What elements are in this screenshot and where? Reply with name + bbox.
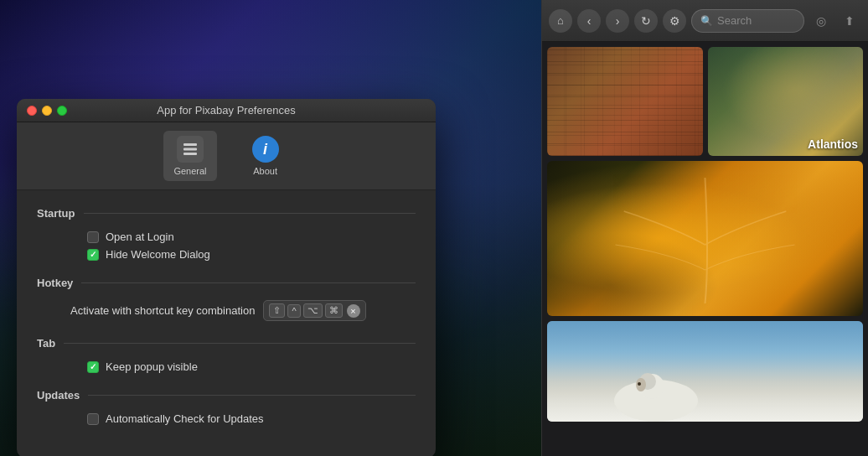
auto-check-label: Automatically Check for Updates — [106, 412, 264, 425]
browser-toolbar: ⌂ ‹ › ↻ ⚙ 🔍 Search ◎ ⬆ — [542, 0, 868, 42]
hotkey-section: Hotkey Activate with shortcut key combin… — [37, 277, 416, 324]
startup-title: Startup — [37, 207, 75, 220]
hotkey-title: Hotkey — [37, 277, 73, 289]
toolbar: General i About — [17, 122, 436, 190]
photo-atlantios[interactable]: Atlantios — [708, 47, 864, 156]
general-label: General — [173, 166, 206, 176]
brick-image — [547, 47, 703, 156]
svg-rect-0 — [183, 143, 197, 146]
updates-divider — [88, 395, 416, 396]
hotkey-header: Hotkey — [37, 277, 416, 289]
updates-title: Updates — [37, 389, 80, 402]
svg-rect-2 — [183, 153, 197, 155]
tab-header: Tab — [37, 337, 416, 350]
preferences-window: App for Pixabay Preferences General i Ab… — [17, 99, 436, 456]
open-at-login-checkbox[interactable] — [87, 231, 99, 243]
leaf-image — [547, 161, 863, 316]
photo-brick-wall[interactable] — [547, 47, 703, 156]
keep-popup-row: Keep popup visible — [37, 358, 416, 376]
key-cmd: ⌘ — [325, 303, 343, 318]
auto-check-checkbox[interactable] — [87, 413, 99, 425]
maximize-button[interactable] — [57, 106, 67, 116]
hotkey-description: Activate with shortcut key combination — [70, 304, 255, 317]
general-icon — [177, 136, 204, 163]
open-at-login-label: Open at Login — [106, 231, 174, 243]
svg-point-7 — [638, 382, 641, 386]
photo-leaf[interactable] — [547, 161, 863, 316]
window-title: App for Pixabay Preferences — [157, 104, 295, 117]
photo-sheep[interactable] — [547, 321, 863, 422]
search-placeholder: Search — [717, 14, 752, 27]
refresh-button[interactable]: ↻ — [634, 9, 658, 33]
tab-title: Tab — [37, 337, 55, 350]
browser-window: ⌂ ‹ › ↻ ⚙ 🔍 Search ◎ ⬆ Atlantios — [541, 0, 868, 456]
minimize-button[interactable] — [42, 106, 52, 116]
updates-section: Updates Automatically Check for Updates — [37, 389, 416, 428]
share-button[interactable]: ⬆ — [838, 9, 861, 33]
auto-check-row: Automatically Check for Updates — [37, 410, 416, 428]
close-button[interactable] — [27, 106, 37, 116]
tab-divider — [64, 343, 416, 344]
key-shift: ⇧ — [269, 303, 285, 318]
hotkey-divider — [81, 282, 416, 283]
settings-button[interactable]: ⚙ — [663, 9, 686, 33]
safari-button[interactable]: ◎ — [809, 9, 833, 33]
startup-header: Startup — [37, 207, 416, 220]
hide-welcome-checkbox[interactable] — [87, 249, 99, 261]
atlantios-label: Atlantios — [808, 137, 858, 151]
keep-popup-checkbox[interactable] — [87, 361, 99, 373]
svg-rect-1 — [183, 148, 197, 151]
about-label: About — [253, 166, 277, 176]
startup-section: Startup Open at Login Hide Welcome Dialo… — [37, 207, 416, 263]
updates-header: Updates — [37, 389, 416, 402]
startup-divider — [84, 213, 416, 214]
preferences-content: Startup Open at Login Hide Welcome Dialo… — [17, 190, 436, 456]
hide-welcome-label: Hide Welcome Dialog — [106, 248, 210, 261]
hotkey-row: Activate with shortcut key combination ⇧… — [37, 298, 416, 324]
title-bar: App for Pixabay Preferences — [17, 99, 436, 122]
toolbar-about[interactable]: i About — [242, 131, 289, 181]
keep-popup-label: Keep popup visible — [106, 360, 198, 373]
tab-section: Tab Keep popup visible — [37, 337, 416, 376]
hotkey-combo[interactable]: ⇧ ^ ⌥ ⌘ × — [263, 300, 365, 321]
forward-button[interactable]: › — [606, 9, 629, 33]
svg-point-6 — [636, 378, 646, 391]
about-icon: i — [252, 136, 279, 163]
home-button[interactable]: ⌂ — [549, 9, 572, 33]
window-controls — [27, 106, 67, 116]
open-at-login-row: Open at Login — [37, 228, 416, 246]
hotkey-clear-button[interactable]: × — [347, 304, 360, 318]
search-bar[interactable]: 🔍 Search — [691, 9, 804, 33]
key-option: ⌥ — [303, 303, 323, 318]
toolbar-general[interactable]: General — [163, 131, 216, 181]
stones-image: Atlantios — [708, 47, 864, 156]
hide-welcome-row: Hide Welcome Dialog — [37, 246, 416, 263]
sheep-image — [547, 321, 863, 422]
key-ctrl: ^ — [287, 304, 300, 318]
back-button[interactable]: ‹ — [577, 9, 601, 33]
search-icon: 🔍 — [700, 15, 713, 27]
browser-content: Atlantios — [542, 42, 868, 456]
